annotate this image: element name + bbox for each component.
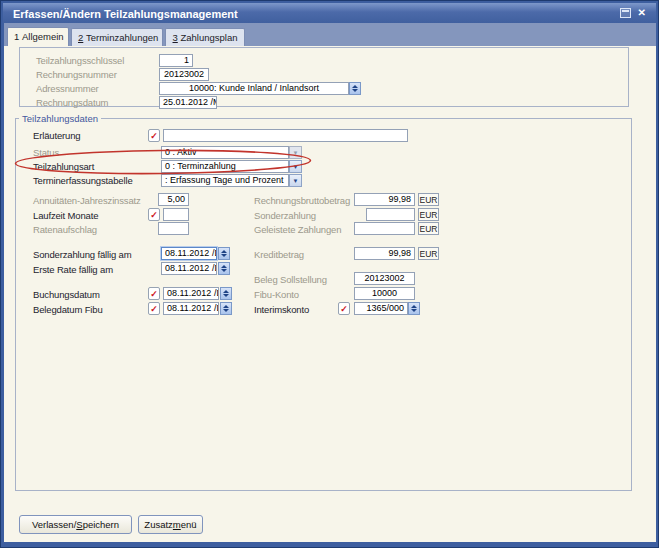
belegdatum-input[interactable]: 08.11.2012 /Do [163, 302, 219, 315]
adressnummer-combo[interactable]: 10000: Kunde Inland / Inlandsort [159, 82, 349, 95]
rechnungsnummer-input: 20123002 [159, 68, 209, 81]
tab-terminzahlungen[interactable]: 2 Terminzahlungen [71, 28, 163, 46]
erste-rate-spinner[interactable] [218, 262, 230, 275]
erste-rate-input[interactable]: 08.11.2012 /Do [161, 262, 217, 275]
beleg-sollstellung-input: 20123002 [354, 272, 415, 285]
sonderzahlung-currency: EUR [418, 208, 439, 221]
teilzahlungsart-dropdown-button[interactable]: ▼ [289, 160, 302, 173]
buchungsdatum-spinner[interactable] [220, 287, 232, 300]
close-icon[interactable]: ✕ [638, 8, 646, 18]
zusatzmenu-button[interactable]: Zusatzmenü [138, 515, 203, 534]
belegdatum-spinner[interactable] [220, 302, 232, 315]
laufzeit-check-icon[interactable]: ✓ [148, 208, 160, 221]
buchungsdatum-input[interactable]: 08.11.2012 /Do [163, 287, 219, 300]
terminerfassungstabelle-dropdown-button[interactable]: ▼ [289, 174, 302, 187]
teilzahlungsschluessel-label: Teilzahlungsschlüssel [36, 55, 124, 66]
buchungsdatum-check-icon[interactable]: ✓ [148, 287, 160, 300]
terminerfassungstabelle-combo[interactable]: : Erfassung Tage und Prozent [161, 174, 289, 187]
geleistete-currency: EUR [418, 222, 439, 235]
adressnummer-label: Adressnummer [36, 83, 99, 94]
laufzeit-input[interactable] [163, 208, 189, 221]
erlaeuterung-label: Erläuterung [33, 130, 80, 141]
tab-zahlungsplan[interactable]: 3 Zahlungsplan [165, 28, 245, 46]
rechnungsbrutto-input: 99,98 [354, 193, 415, 206]
sonderzahlung-faellig-spinner[interactable] [218, 247, 230, 260]
restore-icon[interactable] [620, 8, 631, 18]
belegdatum-label: Belegdatum Fibu [33, 304, 103, 315]
interimskonto-spinner[interactable] [408, 302, 420, 315]
annuitaeten-input: 5,00 [158, 193, 189, 206]
sonderzahlung-faellig-label: Sonderzahlung fällig am [33, 249, 131, 260]
window-title: Erfassen/Ändern Teilzahlungsmanagement [13, 8, 238, 20]
status-dropdown-button: ▼ [289, 146, 302, 159]
tab-allgemein[interactable]: 1 Allgemein [7, 27, 69, 46]
teilzahlungsart-combo[interactable]: 0 : Terminzahlung [161, 160, 289, 173]
title-bar: Erfassen/Ändern Teilzahlungsmanagement ✕ [3, 3, 656, 23]
status-label: Status [33, 147, 59, 158]
teilzahlungsart-label: Teilzahlungsart [33, 161, 94, 172]
rechnungsnummer-label: Rechnungsnummer [36, 69, 117, 80]
dialog-window: Erfassen/Ändern Teilzahlungsmanagement ✕… [0, 0, 659, 548]
buchungsdatum-label: Buchungsdatum [33, 289, 100, 300]
sonderzahlung-faellig-input[interactable]: 08.11.2012 /Do [161, 247, 217, 260]
geleistete-input [354, 222, 415, 235]
rechnungsdatum-label: Rechnungsdatum [36, 97, 108, 108]
fibu-konto-input: 10000 [354, 287, 415, 300]
geleistete-label: Geleistete Zahlungen [254, 224, 341, 235]
teilzahlungsdaten-group-label: Teilzahlungsdaten [19, 113, 101, 124]
erste-rate-label: Erste Rate fällig am [33, 264, 113, 275]
interimskonto-label: Interimskonto [254, 304, 309, 315]
verlassen-speichern-button[interactable]: Verlassen/Speichern [19, 515, 132, 534]
kreditbetrag-input: 99,98 [354, 247, 415, 260]
sonderzahlung-input[interactable] [366, 208, 415, 221]
laufzeit-label: Laufzeit Monate [33, 210, 98, 221]
kreditbetrag-label: Kreditbetrag [254, 249, 304, 260]
erlaeuterung-check-icon[interactable]: ✓ [148, 129, 160, 142]
status-combo: 0 : Aktiv [161, 146, 289, 159]
fibu-konto-label: Fibu-Konto [254, 289, 299, 300]
rechnungsbrutto-label: Rechnungsbruttobetrag [254, 195, 350, 206]
belegdatum-check-icon[interactable]: ✓ [148, 302, 160, 315]
teilzahlungsdaten-group [15, 118, 632, 491]
rechnungsbrutto-currency: EUR [418, 193, 439, 206]
interimskonto-check-icon[interactable]: ✓ [338, 302, 350, 315]
annuitaeten-label: Annuitäten-Jahreszinssatz [33, 195, 141, 206]
sonderzahlung-label: Sonderzahlung [254, 210, 316, 221]
teilzahlungsschluessel-input: 1 [159, 54, 193, 67]
erlaeuterung-input[interactable] [163, 129, 408, 142]
ratenaufschlag-input [158, 222, 189, 235]
adressnummer-spinner[interactable] [349, 82, 361, 95]
beleg-sollstellung-label: Beleg Sollstellung [254, 274, 327, 285]
kreditbetrag-currency: EUR [418, 247, 439, 260]
ratenaufschlag-label: Ratenaufschlag [33, 224, 97, 235]
terminerfassungstabelle-label: Terminerfassungstabelle [33, 175, 133, 186]
rechnungsdatum-input: 25.01.2012 /Mi [159, 96, 217, 109]
interimskonto-input[interactable]: 1365/000 [354, 302, 408, 315]
